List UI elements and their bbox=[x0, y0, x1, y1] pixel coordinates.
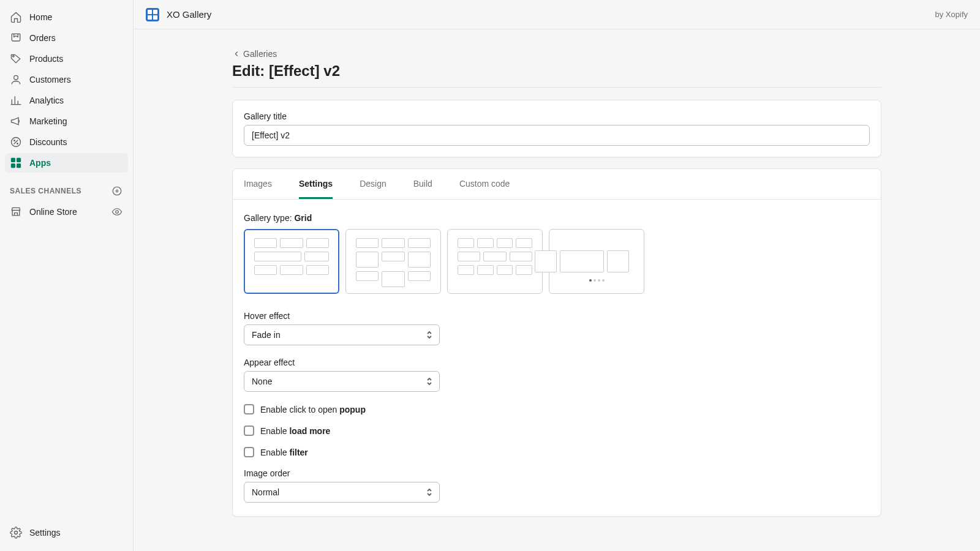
gallery-type-picker bbox=[244, 229, 870, 294]
sidebar-item-discounts[interactable]: Discounts bbox=[5, 132, 128, 152]
page-title: Edit: [Effect] v2 bbox=[232, 62, 881, 80]
image-order-label: Image order bbox=[244, 468, 440, 478]
tab-label: Settings bbox=[299, 179, 333, 189]
megaphone-icon bbox=[10, 115, 22, 127]
svg-point-10 bbox=[116, 211, 119, 214]
checkbox-label: Enable filter bbox=[260, 448, 308, 457]
enable-popup-checkbox[interactable]: Enable click to open popup bbox=[244, 404, 870, 414]
gallery-title-card: Gallery title bbox=[232, 100, 881, 157]
gear-icon bbox=[10, 527, 22, 539]
sidebar-item-label: Settings bbox=[29, 528, 61, 538]
sidebar-item-products[interactable]: Products bbox=[5, 49, 128, 69]
app-logo-icon bbox=[146, 8, 159, 21]
svg-point-1 bbox=[14, 75, 18, 80]
gallery-title-input[interactable] bbox=[244, 125, 870, 146]
enable-loadmore-checkbox[interactable]: Enable load more bbox=[244, 425, 870, 436]
sales-channels-header: SALES CHANNELS bbox=[0, 174, 133, 202]
discount-icon bbox=[10, 136, 22, 148]
sidebar-item-label: Orders bbox=[29, 33, 56, 43]
svg-rect-5 bbox=[12, 159, 15, 162]
tabs: Images Settings Design Build Custom code bbox=[233, 169, 881, 200]
gallery-title-label: Gallery title bbox=[244, 111, 870, 121]
settings-card: Images Settings Design Build Custom code… bbox=[232, 168, 881, 517]
checkbox-icon bbox=[244, 447, 254, 457]
svg-rect-8 bbox=[17, 164, 21, 168]
app-header: XO Gallery by Xopify bbox=[134, 0, 980, 29]
svg-point-0 bbox=[13, 56, 15, 58]
select-chevrons-icon bbox=[426, 330, 433, 340]
tab-label: Images bbox=[244, 179, 272, 189]
view-store-button[interactable] bbox=[111, 206, 123, 218]
eye-icon bbox=[111, 206, 123, 217]
breadcrumb-back[interactable]: Galleries bbox=[232, 49, 277, 59]
tab-custom-code[interactable]: Custom code bbox=[459, 169, 510, 199]
image-order-value: Normal bbox=[252, 487, 279, 497]
tab-settings[interactable]: Settings bbox=[299, 169, 333, 199]
user-icon bbox=[10, 73, 22, 86]
appear-effect-label: Appear effect bbox=[244, 358, 440, 367]
analytics-icon bbox=[10, 94, 22, 107]
main: XO Gallery by Xopify Galleries Edit: [Ef… bbox=[134, 0, 980, 551]
image-order-select[interactable]: Normal bbox=[244, 482, 440, 503]
tab-design[interactable]: Design bbox=[360, 169, 386, 199]
hover-effect-value: Fade in bbox=[252, 330, 281, 340]
app-byline: by Xopify bbox=[935, 10, 968, 19]
tab-label: Design bbox=[360, 179, 386, 189]
sidebar-item-customers[interactable]: Customers bbox=[5, 70, 128, 89]
home-icon bbox=[10, 11, 22, 23]
sidebar-item-online-store[interactable]: Online Store bbox=[5, 202, 128, 222]
gallery-type-masonry[interactable] bbox=[345, 229, 441, 294]
sidebar-item-label: Marketing bbox=[29, 116, 67, 126]
sidebar-item-label: Online Store bbox=[29, 207, 77, 217]
tab-build[interactable]: Build bbox=[413, 169, 432, 199]
app-name: XO Gallery bbox=[167, 9, 211, 20]
breadcrumb-label: Galleries bbox=[243, 49, 277, 59]
gallery-type-label: Gallery type: Grid bbox=[244, 213, 870, 223]
gallery-type-value: Grid bbox=[294, 213, 312, 223]
sidebar-item-analytics[interactable]: Analytics bbox=[5, 91, 128, 110]
sidebar-item-orders[interactable]: Orders bbox=[5, 28, 128, 48]
sidebar: Home Orders Products Customers Analytics bbox=[0, 0, 134, 551]
hover-effect-label: Hover effect bbox=[244, 311, 440, 321]
content-scroll[interactable]: Galleries Edit: [Effect] v2 Gallery titl… bbox=[134, 29, 980, 551]
svg-rect-7 bbox=[12, 164, 15, 168]
sidebar-item-label: Apps bbox=[29, 158, 51, 168]
svg-point-4 bbox=[17, 143, 18, 144]
sidebar-item-marketing[interactable]: Marketing bbox=[5, 111, 128, 131]
enable-filter-checkbox[interactable]: Enable filter bbox=[244, 447, 870, 457]
svg-point-11 bbox=[15, 531, 18, 534]
gallery-type-prefix: Gallery type: bbox=[244, 213, 294, 223]
sidebar-item-home[interactable]: Home bbox=[5, 7, 128, 27]
sales-channels-label: SALES CHANNELS bbox=[10, 187, 81, 195]
checkbox-icon bbox=[244, 404, 254, 414]
chevron-left-icon bbox=[232, 50, 241, 58]
gallery-type-carousel[interactable] bbox=[549, 229, 644, 294]
tab-images[interactable]: Images bbox=[244, 169, 272, 199]
checkbox-icon bbox=[244, 425, 254, 436]
sidebar-item-label: Customers bbox=[29, 75, 71, 84]
sidebar-item-apps[interactable]: Apps bbox=[5, 153, 128, 173]
plus-circle-icon bbox=[111, 186, 123, 197]
tab-label: Build bbox=[413, 179, 432, 189]
store-icon bbox=[10, 206, 22, 218]
carousel-dots-icon bbox=[589, 279, 605, 282]
gallery-type-justified[interactable] bbox=[447, 229, 543, 294]
sidebar-item-label: Analytics bbox=[29, 96, 64, 105]
appear-effect-select[interactable]: None bbox=[244, 371, 440, 392]
checkbox-label: Enable click to open popup bbox=[260, 405, 366, 414]
sidebar-item-label: Products bbox=[29, 54, 63, 64]
svg-point-3 bbox=[14, 140, 15, 141]
svg-rect-6 bbox=[17, 159, 21, 162]
tab-label: Custom code bbox=[459, 179, 510, 189]
sidebar-item-label: Home bbox=[29, 12, 52, 22]
sidebar-item-settings[interactable]: Settings bbox=[5, 523, 128, 542]
apps-icon bbox=[10, 157, 22, 169]
appear-effect-value: None bbox=[252, 377, 272, 386]
select-chevrons-icon bbox=[426, 377, 433, 386]
gallery-type-grid[interactable] bbox=[244, 229, 339, 294]
tag-icon bbox=[10, 53, 22, 65]
add-channel-button[interactable] bbox=[111, 185, 123, 197]
divider bbox=[232, 87, 881, 88]
inbox-icon bbox=[10, 32, 22, 44]
hover-effect-select[interactable]: Fade in bbox=[244, 324, 440, 345]
